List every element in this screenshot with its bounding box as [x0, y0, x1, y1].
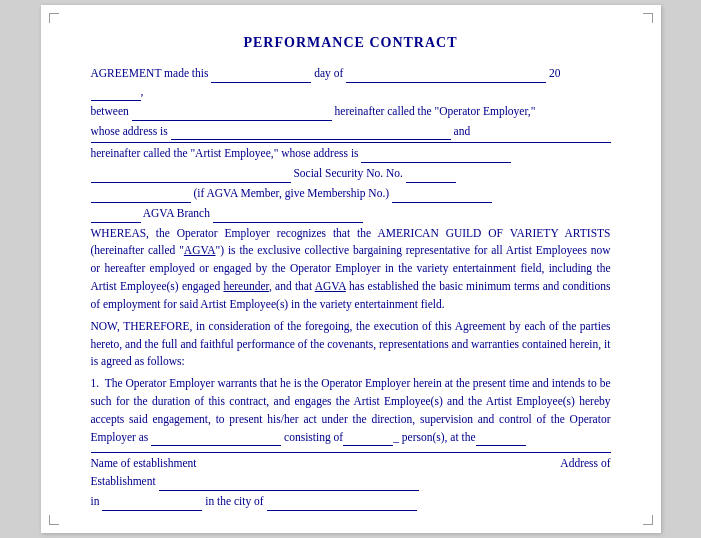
artist-address-blank2	[91, 172, 291, 184]
consisting-blank	[343, 435, 393, 447]
branch-name-blank	[213, 211, 363, 223]
whose-address-text: whose address is	[91, 125, 168, 137]
ssn-blank	[406, 172, 456, 184]
persons-blank	[476, 435, 526, 447]
agva-ref: AGVA	[184, 244, 216, 256]
artist-employee-line: hereinafter called the "Artist Employee,…	[91, 145, 611, 163]
establishment-text: Establishment	[91, 475, 156, 487]
corner-mark-tr	[643, 13, 653, 23]
operator-name-blank	[132, 109, 332, 121]
hereunder-text: hereunder	[223, 280, 269, 292]
between-text: between	[91, 105, 129, 117]
now-therefore-paragraph: NOW, THEREFORE, in consideration of the …	[91, 318, 611, 371]
address-of-label: Address of	[560, 455, 610, 473]
establishment-blank	[159, 480, 419, 492]
agreement-line: AGREEMENT made this day of 20 ,	[91, 65, 611, 101]
hereinafter-operator: hereinafter called the "Operator Employe…	[335, 105, 536, 117]
employer-as-blank	[151, 435, 281, 447]
comma: ,	[141, 85, 144, 97]
whereas-paragraph: WHEREAS, the Operator Employer recognize…	[91, 225, 611, 314]
whereas-text: WHEREAS, the Operator Employer recognize…	[91, 227, 611, 310]
social-security-text: Social Security No.	[293, 167, 383, 179]
name-of-establishment-label: Name of establishment	[91, 455, 197, 473]
branch-blank	[91, 211, 141, 223]
corner-mark-br	[643, 515, 653, 525]
agva-branch-text: AGVA Branch	[143, 207, 210, 219]
agreement-text: AGREEMENT made this	[91, 67, 209, 79]
separator2	[91, 452, 611, 453]
establishment-line: Establishment	[91, 473, 611, 491]
document-page: PERFORMANCE CONTRACT AGREEMENT made this…	[41, 5, 661, 533]
agva-branch-line: AGVA Branch	[91, 205, 611, 223]
contract-body: AGREEMENT made this day of 20 , between …	[91, 65, 611, 511]
clause-1: 1. The Operator Employer warrants that h…	[91, 375, 611, 446]
in-text: in	[91, 495, 100, 507]
agva-ref2: AGVA	[315, 280, 346, 292]
operator-address-blank	[171, 129, 451, 141]
hereinafter-artist-text: hereinafter called the "Artist Employee,…	[91, 147, 359, 159]
city-blank	[267, 499, 417, 511]
city-line: in in the city of	[91, 493, 611, 511]
establishment-header-row: Name of establishment Address of	[91, 455, 611, 473]
membership-blank	[392, 191, 492, 203]
corner-mark-tl	[49, 13, 59, 23]
artist-address-blank	[361, 152, 511, 164]
if-agva-text: (if AGVA Member, give Membership No.)	[193, 187, 389, 199]
agva-member-line: (if AGVA Member, give Membership No.)	[91, 185, 611, 203]
document-title: PERFORMANCE CONTRACT	[91, 35, 611, 51]
in-city-of-text: in the city of	[205, 495, 263, 507]
agva-num-blank	[91, 191, 191, 203]
day-of-text: day of	[314, 67, 343, 79]
month-blank	[346, 71, 546, 83]
address-line: whose address is and	[91, 123, 611, 141]
separator1	[91, 142, 611, 143]
between-line: between hereinafter called the "Operator…	[91, 103, 611, 121]
year-blank	[91, 89, 141, 101]
address-continuation: Social Security No. No.	[91, 165, 611, 183]
state-blank	[102, 499, 202, 511]
corner-mark-bl	[49, 515, 59, 525]
date-blank	[211, 71, 311, 83]
year-prefix: 20	[549, 67, 561, 79]
and-text: and	[454, 125, 471, 137]
